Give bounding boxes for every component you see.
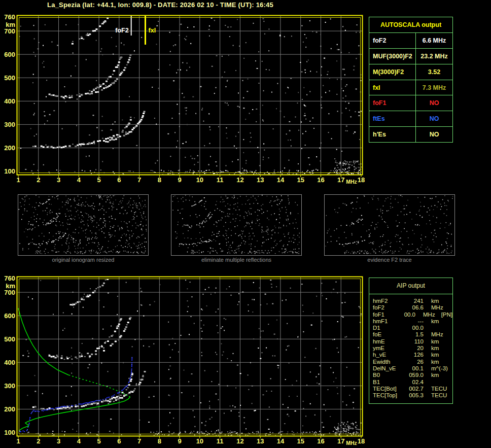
svg-text:3: 3 [57,176,60,184]
svg-text:18: 18 [358,176,365,184]
aip-note [451,325,452,331]
thumbnail-eliminate-reflections-image [171,195,300,254]
parameter-name: MUF(3000)F2 [369,49,416,64]
svg-text:760: 760 [4,13,15,21]
parameter-name: foF1 [369,95,416,111]
aip-value: 00.1 [400,365,424,372]
svg-text:17: 17 [337,176,344,184]
svg-text:10: 10 [196,437,203,445]
svg-text:9: 9 [178,437,182,445]
aip-note [451,372,452,378]
svg-text:300: 300 [4,382,15,390]
svg-text:400: 400 [4,97,15,105]
aip-unit: TECU [424,392,451,399]
svg-text:14: 14 [277,437,285,445]
aip-unit: km [424,359,451,365]
aip-output-table: AIP output hmF2241kmfoF206.6MHzfoF100.0M… [369,278,453,404]
autoscala-row-hes: h'EsNO [369,127,452,142]
svg-text:12: 12 [236,176,243,184]
aip-value: 126 [400,352,424,358]
svg-text:4: 4 [77,437,81,445]
aip-value: 26 [400,359,424,365]
ionogram-plot-bottom-with-profile: 123456789101112131415161718MHz7607006005… [0,261,375,448]
aip-unit: km [424,318,451,325]
aip-label: ymE [373,345,400,352]
svg-text:2: 2 [37,437,40,445]
aip-table-title: AIP output [369,278,452,294]
autoscala-table-rows: foF26.6 MHzMUF(3000)F223.2 MHzM(3000)F23… [369,33,452,142]
autoscala-row-fxi: fxI7.3 MHz [369,80,452,96]
aip-unit [424,379,451,386]
parameter-value: NO [416,95,452,111]
svg-text:17: 17 [337,437,344,445]
svg-text:13: 13 [257,437,264,445]
svg-text:3: 3 [57,437,60,445]
aip-note [451,365,452,372]
parameter-name: h'Es [369,127,416,142]
aip-unit: km [424,352,451,358]
aip-row-delnve: DelN_vE00.1m^(-3) [373,365,452,372]
svg-text:11: 11 [217,437,224,445]
parameter-name: ftEs [369,111,416,126]
aip-unit: MHz [424,331,451,338]
aip-value: 005.3 [400,392,424,399]
thumbnail-evidence-f2-trace [324,194,455,256]
aip-note [451,345,452,352]
parameter-value: 23.2 MHz [416,49,452,64]
svg-text:MHz: MHz [346,440,357,446]
aip-label: D1 [373,325,400,331]
aip-row-hmf2: hmF2241km [373,298,452,304]
autoscala-row-ftes: ftEsNO [369,111,452,127]
aip-value: 06.6 [400,304,424,311]
aip-unit [424,325,451,331]
ionogram-plot-top: foF2fxI123456789101112131415161718MHz760… [0,0,375,189]
aip-note [451,379,452,386]
aip-note [451,352,452,358]
aip-label: hmE [373,338,400,345]
svg-text:16: 16 [317,176,324,184]
svg-text:4: 4 [77,176,81,184]
parameter-value: 3.52 [416,64,452,80]
aip-row-fof2: foF206.6MHz [373,304,452,311]
aip-value: --- [400,318,424,325]
aip-row-hve: h_vE126km [373,352,452,358]
svg-text:13: 13 [257,176,264,184]
aip-row-tecbot: TEC[Bot]002.7TECU [373,386,452,392]
fxi-marker-label: fxI [149,27,156,34]
svg-text:1: 1 [16,176,20,184]
svg-text:11: 11 [217,176,224,184]
aip-label: h_vE [373,352,400,358]
aip-note [451,338,452,345]
aip-label: hmF2 [373,298,400,304]
aip-row-ewidth: Ewidth26km [373,359,452,365]
svg-text:10: 10 [196,176,203,184]
aip-note [451,359,452,365]
aip-unit: m^(-3) [424,365,451,372]
aip-unit: TECU [424,386,451,392]
svg-text:km: km [6,21,15,28]
svg-text:8: 8 [158,176,161,184]
parameter-value: NO [416,127,452,142]
aip-label: DelN_vE [373,365,400,372]
svg-text:500: 500 [4,74,15,82]
svg-text:500: 500 [4,335,15,343]
svg-text:12: 12 [236,437,243,445]
svg-text:6: 6 [117,176,121,184]
aip-label: foF1 [373,312,396,318]
svg-text:MHz: MHz [346,179,357,185]
autoscala-table-title: AUTOSCALA output [369,17,452,33]
aip-label: B1 [373,379,400,386]
autoscala-output-table: AUTOSCALA output foF26.6 MHzMUF(3000)F22… [369,17,453,143]
aip-row-b0: B0059.0km [373,372,452,378]
aip-value: 110 [400,338,424,345]
thumbnail-original-ionogram-image [18,195,147,254]
autoscala-row-fof2: foF26.6 MHz [369,33,452,49]
aip-label: hmF1 [373,318,400,325]
svg-text:14: 14 [277,176,285,184]
aip-table-rows: hmF2241kmfoF206.6MHzfoF100.0MHz[PN]hmF1-… [369,294,452,399]
autoscala-row-m3000f2: M(3000)F23.52 [369,64,452,80]
autoscala-window: La_Spezia (lat: +44.1, lon: 009.8) - DAT… [0,0,491,448]
svg-text:760: 760 [4,274,15,282]
aip-value: 1.5 [400,331,424,338]
aip-row-yme: ymE20km [373,345,452,352]
